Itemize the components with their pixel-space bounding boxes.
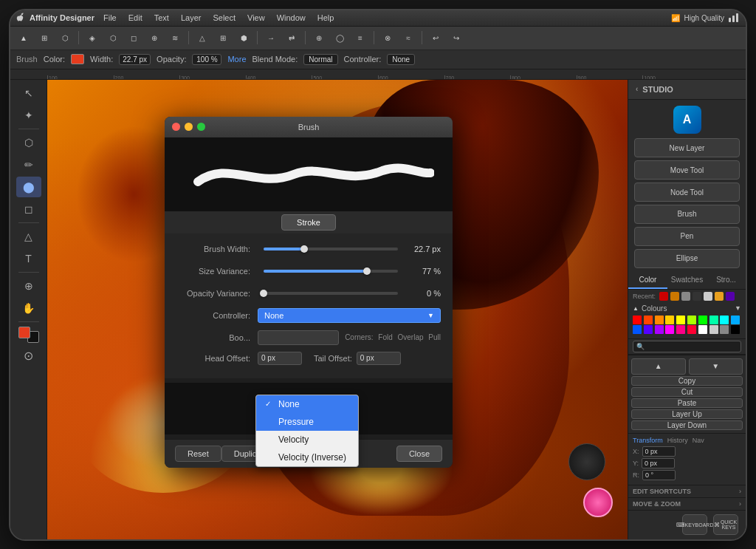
menu-help[interactable]: Help [317,13,334,22]
controller-dropdown[interactable]: None [387,54,415,65]
r-input[interactable] [642,470,676,480]
copy-btn[interactable]: Copy [631,376,743,386]
swatch-cell[interactable] [655,316,664,324]
layer-down-btn[interactable]: Layer Down [631,420,743,430]
color-tab[interactable]: Color [628,273,667,289]
swatch-cell[interactable] [698,325,707,334]
head-offset-input[interactable] [258,352,302,365]
toolbar-undo[interactable]: ↩ [427,30,444,46]
toolbar-btn-1[interactable]: ▲ [15,30,32,46]
text-tool[interactable]: T [16,248,41,269]
eraser-tool[interactable]: ◻ [16,199,41,219]
ellipse-panel-btn[interactable]: Ellipse [634,249,740,268]
toolbar-btn-12[interactable]: → [262,30,280,46]
swatch-cell[interactable] [720,325,729,334]
cut-btn[interactable]: Cut [631,387,743,397]
recent-color-3[interactable] [681,292,690,301]
reset-button[interactable]: Reset [175,446,221,462]
option-none[interactable]: ✓ None [256,395,358,413]
swatch-cell[interactable] [698,316,707,324]
tail-offset-input[interactable] [357,352,401,365]
keyboard-btn[interactable]: ⌨KEYBOARD [682,514,707,535]
menu-file[interactable]: File [103,13,117,22]
swatches-tab[interactable]: Swatches [667,273,707,289]
size-variance-slider[interactable] [264,270,398,273]
menu-window[interactable]: Window [277,13,306,22]
toolbar-btn-4[interactable]: ◈ [83,30,101,46]
width-value[interactable]: 22.7 px [119,54,151,65]
toolbar-btn-8[interactable]: ≋ [166,30,184,46]
swatch-cell[interactable] [633,316,642,324]
menu-text[interactable]: Text [154,13,169,22]
y-input[interactable] [642,458,675,468]
toolbar-btn-10[interactable]: ⊞ [214,30,232,46]
toolbar-redo[interactable]: ↪ [447,30,465,46]
toolbar-btn-3[interactable]: ⬡ [56,30,74,46]
toolbar-btn-16[interactable]: ≡ [351,30,369,46]
hand-tool[interactable]: ✋ [16,298,41,318]
color-picker[interactable]: ⊙ [16,346,41,366]
toolbar-btn-7[interactable]: ⊕ [145,30,163,46]
recent-color-6[interactable] [715,292,724,301]
controller-dropdown-control[interactable]: None ▼ [258,308,441,323]
node-tool-btn[interactable]: Node Tool [634,183,740,202]
canvas-area[interactable]: Brush Stroke [47,80,628,539]
swatch-cell[interactable] [665,325,674,334]
pull-option[interactable]: Pull [428,333,441,341]
history-tab[interactable]: History [667,437,688,444]
stroke-tab[interactable]: Stroke [281,214,336,231]
blend-mode-dropdown[interactable]: Normal [303,54,337,65]
swatch-cell[interactable] [676,316,685,324]
select-tool[interactable]: ↖ [16,83,41,103]
crop-tool[interactable]: ⬡ [16,132,41,153]
layer-up-btn[interactable]: Layer Up [631,409,743,419]
boost-control[interactable] [258,330,339,345]
down-arrow-btn[interactable]: ▼ [689,358,743,375]
toolbar-btn-14[interactable]: ⊕ [310,30,328,46]
close-traffic-light[interactable] [172,123,180,131]
swatch-cell[interactable] [720,316,729,324]
recent-color-5[interactable] [704,292,712,301]
foreground-color[interactable] [18,327,30,338]
quick-keys-btn[interactable]: ⌘QUICK KEYS [713,514,738,535]
swatch-cell[interactable] [655,325,664,334]
minimize-traffic-light[interactable] [185,123,193,131]
overlap-option[interactable]: Overlap [398,333,424,341]
toolbar-btn-17[interactable]: ⊗ [379,30,396,46]
fold-option[interactable]: Fold [378,333,392,341]
zoom-tool[interactable]: ⊕ [16,276,41,296]
recent-color-7[interactable] [726,292,735,301]
swatch-cell[interactable] [731,325,740,334]
colours-dropdown-icon[interactable]: ▼ [735,304,741,312]
pen-panel-btn[interactable]: Pen [634,227,740,246]
toolbar-btn-5[interactable]: ⬡ [104,30,122,46]
swatch-cell[interactable] [709,325,718,334]
swatch-cell[interactable] [644,316,653,324]
opacity-value[interactable]: 100 % [192,54,221,65]
menu-select[interactable]: Select [213,13,236,22]
toolbar-btn-13[interactable]: ⇄ [283,30,300,46]
menu-edit[interactable]: Edit [128,13,142,22]
opacity-variance-thumb[interactable] [260,290,267,297]
option-pressure[interactable]: Pressure [256,413,358,431]
shape-tool[interactable]: △ [16,226,41,247]
swatch-cell[interactable] [687,325,696,334]
up-arrow-btn[interactable]: ▲ [631,358,686,375]
swatch-cell[interactable] [633,325,642,334]
x-input[interactable] [642,446,676,457]
swatch-cell[interactable] [709,316,718,324]
swatch-cell[interactable] [676,325,685,334]
toolbar-btn-18[interactable]: ≈ [399,30,417,46]
stroke-tab-right[interactable]: Stro... [707,273,746,289]
opacity-variance-slider[interactable] [264,292,398,295]
menu-view[interactable]: View [247,13,265,22]
swatch-cell[interactable] [687,316,696,324]
toolbar-btn-15[interactable]: ◯ [331,30,348,46]
toolbar-btn-6[interactable]: ◻ [125,30,142,46]
menu-layer[interactable]: Layer [181,13,202,22]
move-tool-btn[interactable]: Move Tool [634,160,740,180]
paint-tool[interactable]: ✏ [16,154,41,175]
edit-shortcuts[interactable]: EDIT SHORTCUTS › [628,485,746,497]
node-tool[interactable]: ✦ [16,105,41,126]
recent-color-1[interactable] [659,292,668,301]
